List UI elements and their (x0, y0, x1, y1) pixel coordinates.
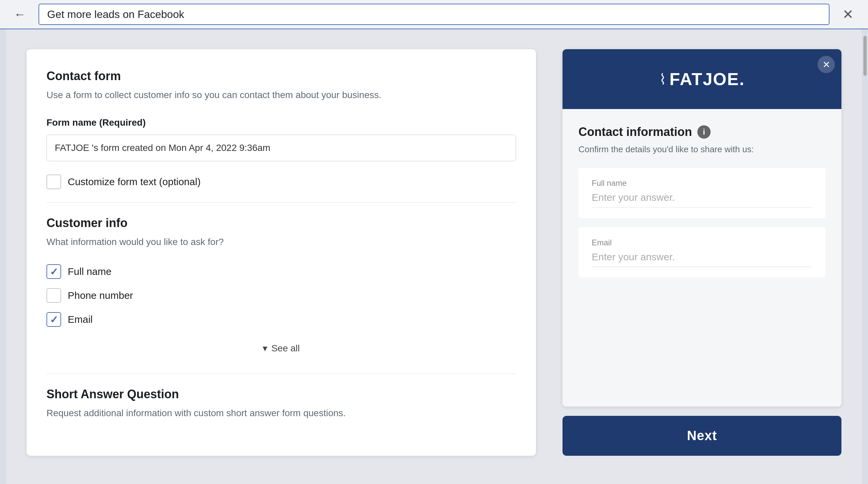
customer-info-section: Customer info What information would you… (46, 216, 516, 360)
email-checkbox[interactable] (46, 312, 61, 327)
email-field-section: Email Enter your answer. (579, 227, 826, 278)
form-name-label: Form name (Required) (46, 117, 516, 128)
contact-info-header: Contact information i (579, 125, 826, 139)
email-checkbox-row[interactable]: Email (46, 312, 516, 327)
left-panel: Contact form Use a form to collect custo… (27, 49, 536, 456)
form-name-input[interactable] (46, 135, 516, 161)
left-sidebar-strip (0, 29, 6, 484)
logo-icon: ⌇ (659, 71, 667, 88)
chevron-down-icon: ▾ (263, 343, 267, 354)
customize-form-checkbox[interactable] (46, 174, 61, 189)
email-field-input[interactable]: Enter your answer. (592, 251, 812, 267)
customer-info-title: Customer info (46, 216, 516, 230)
info-icon: i (697, 125, 711, 139)
back-button[interactable]: ← (9, 4, 31, 25)
see-all-label: See all (271, 343, 300, 354)
right-panel: ⌇ FATJOE. ✕ Contact information i Confir… (562, 49, 841, 456)
logo-text: FATJOE. (670, 69, 745, 89)
customize-form-label: Customize form text (optional) (68, 176, 200, 188)
next-button[interactable]: Next (562, 416, 841, 456)
short-answer-title: Short Answer Question (46, 387, 516, 401)
close-dialog-button[interactable]: ✕ (837, 4, 859, 25)
scrollbar-track[interactable] (862, 29, 868, 484)
preview-body: Contact information i Confirm the detail… (562, 109, 841, 406)
phone-label: Phone number (68, 290, 133, 301)
email-label: Email (68, 314, 93, 325)
phone-checkbox[interactable] (46, 288, 61, 303)
short-answer-description: Request additional information with cust… (46, 406, 516, 420)
scrollbar-thumb[interactable] (863, 36, 867, 76)
contact-form-title: Contact form (46, 69, 516, 83)
divider-1 (46, 202, 516, 203)
top-bar: ← ✕ (0, 0, 868, 29)
fullname-checkbox-row[interactable]: Full name (46, 264, 516, 279)
short-answer-section: Short Answer Question Request additional… (46, 387, 516, 420)
fullname-field-input[interactable]: Enter your answer. (592, 192, 812, 207)
fullname-label: Full name (68, 266, 112, 277)
address-bar[interactable] (38, 4, 830, 25)
phone-checkbox-row[interactable]: Phone number (46, 288, 516, 303)
divider-2 (46, 374, 516, 374)
fullname-field-section: Full name Enter your answer. (579, 168, 826, 218)
customize-form-row[interactable]: Customize form text (optional) (46, 174, 516, 189)
contact-info-title: Contact information (579, 125, 692, 139)
main-content: Contact form Use a form to collect custo… (0, 29, 868, 476)
contact-info-description: Confirm the details you'd like to share … (579, 144, 826, 154)
brand-logo: ⌇ FATJOE. (659, 69, 745, 89)
contact-form-description: Use a form to collect customer info so y… (46, 88, 516, 102)
customer-info-description: What information would you like to ask f… (46, 235, 516, 248)
preview-card: ⌇ FATJOE. ✕ Contact information i Confir… (562, 49, 841, 406)
preview-header: ⌇ FATJOE. ✕ (562, 49, 841, 109)
email-field-label: Email (592, 238, 812, 247)
contact-form-section: Contact form Use a form to collect custo… (46, 69, 516, 189)
see-all-button[interactable]: ▾ See all (46, 336, 516, 360)
preview-close-button[interactable]: ✕ (817, 56, 835, 73)
fullname-field-label: Full name (592, 178, 812, 188)
fullname-checkbox[interactable] (46, 264, 61, 279)
